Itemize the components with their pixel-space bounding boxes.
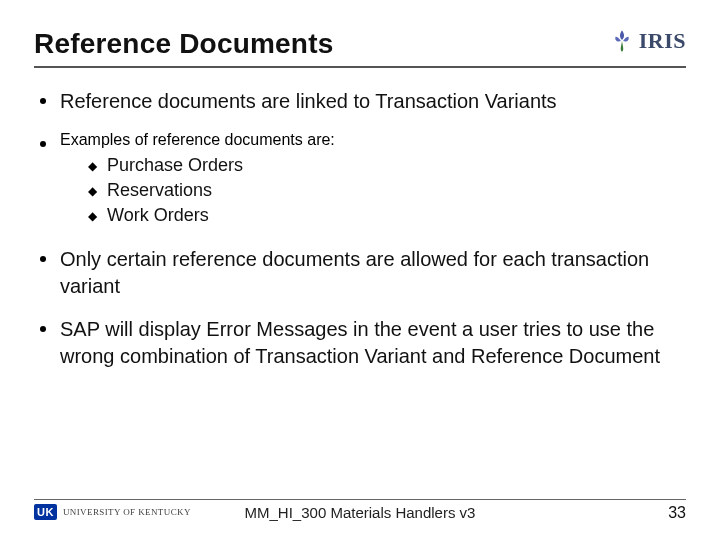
footer-brand: UK UNIVERSITY OF KENTUCKY xyxy=(34,504,191,520)
sub-bullet-dot-icon: ◆ xyxy=(88,180,97,202)
bullet-dot-icon xyxy=(40,256,46,262)
iris-logo-text: IRIS xyxy=(639,28,686,54)
bullet-dot-icon xyxy=(40,98,46,104)
sub-bullet-dot-icon: ◆ xyxy=(88,205,97,227)
bullet-list: Reference documents are linked to Transa… xyxy=(34,88,686,370)
sub-bullet-dot-icon: ◆ xyxy=(88,155,97,177)
iris-logo: IRIS xyxy=(609,28,686,54)
uk-text: UNIVERSITY OF KENTUCKY xyxy=(63,507,191,517)
bullet-text: Only certain reference documents are all… xyxy=(60,246,686,300)
iris-flower-icon xyxy=(609,28,635,54)
sub-bullet-text: Reservations xyxy=(107,180,212,201)
slide-title: Reference Documents xyxy=(34,28,333,60)
footer: UK UNIVERSITY OF KENTUCKY MM_HI_300 Mate… xyxy=(34,499,686,520)
sub-bullet-list: ◆Purchase Orders ◆Reservations ◆Work Ord… xyxy=(60,155,686,227)
sub-bullet-text: Work Orders xyxy=(107,205,209,226)
header: Reference Documents IRIS xyxy=(34,28,686,68)
sub-bullet-text: Purchase Orders xyxy=(107,155,243,176)
sub-bullet-item: ◆Work Orders xyxy=(88,205,686,227)
sub-bullet-item: ◆Reservations xyxy=(88,180,686,202)
page-number: 33 xyxy=(668,504,686,522)
bullet-dot-icon xyxy=(40,326,46,332)
bullet-item: Only certain reference documents are all… xyxy=(40,246,686,300)
sub-bullet-item: ◆Purchase Orders xyxy=(88,155,686,177)
bullet-text: Examples of reference documents are: xyxy=(60,131,335,148)
slide: Reference Documents IRIS Reference docum… xyxy=(0,0,720,540)
bullet-dot-icon xyxy=(40,141,46,147)
bullet-text: SAP will display Error Messages in the e… xyxy=(60,316,686,370)
bullet-text: Reference documents are linked to Transa… xyxy=(60,88,557,115)
bullet-item: Reference documents are linked to Transa… xyxy=(40,88,686,115)
bullet-item: SAP will display Error Messages in the e… xyxy=(40,316,686,370)
bullet-item: Examples of reference documents are: ◆Pu… xyxy=(40,131,686,230)
uk-badge: UK xyxy=(34,504,57,520)
footer-doc-title: MM_HI_300 Materials Handlers v3 xyxy=(245,504,476,521)
